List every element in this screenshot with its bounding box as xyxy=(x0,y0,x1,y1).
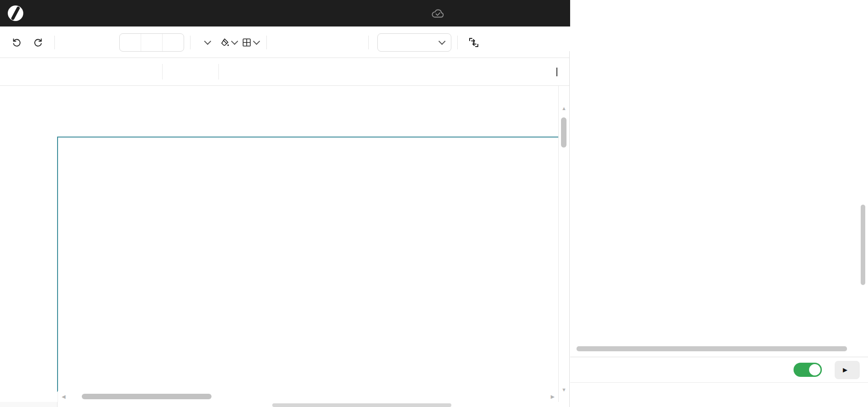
scroll-left-arrow-icon[interactable]: ◀ xyxy=(62,394,65,399)
font-size-value[interactable] xyxy=(141,34,163,51)
scroll-up-arrow-icon[interactable]: ▲ xyxy=(561,106,566,111)
font-size-decrease-button[interactable] xyxy=(120,34,141,51)
play-icon: ▶ xyxy=(843,366,847,373)
font-size-increase-button[interactable] xyxy=(163,34,184,51)
toolbar-separator xyxy=(457,36,458,49)
sheet-horizontal-scrollbar[interactable]: ◀ ▶ xyxy=(58,391,558,402)
scroll-right-arrow-icon[interactable]: ▶ xyxy=(551,394,555,399)
cloud-saved-icon xyxy=(431,8,445,19)
scrollbar-thumb[interactable] xyxy=(577,346,847,351)
font-size-stepper xyxy=(119,33,184,52)
console-header: ▶ xyxy=(570,357,868,383)
undo-button[interactable] xyxy=(6,33,26,52)
borders-button[interactable] xyxy=(240,33,260,52)
increase-decimals-button[interactable] xyxy=(346,33,362,52)
toolbar-separator xyxy=(266,36,267,49)
scrollbar-thumb[interactable] xyxy=(861,205,865,285)
chevron-down-icon xyxy=(253,37,260,45)
text-color-button[interactable] xyxy=(196,33,217,52)
row-header-partial xyxy=(0,402,58,407)
scroll-down-arrow-icon[interactable]: ▼ xyxy=(561,387,566,392)
table-selection-outline xyxy=(57,137,559,392)
formula-bar-divider xyxy=(162,64,163,79)
bold-button[interactable] xyxy=(61,33,77,52)
spreadsheet-grid[interactable]: ◀ ▶ ▲ ▼ xyxy=(0,86,569,407)
panel-divider xyxy=(569,51,570,407)
currency-format-button[interactable] xyxy=(273,33,289,52)
code-vertical-scrollbar[interactable] xyxy=(861,52,865,346)
toolbar-separator xyxy=(190,36,191,49)
more-options-button[interactable] xyxy=(486,33,506,52)
scrollbar-thumb[interactable] xyxy=(561,117,566,148)
decrease-decimals-button[interactable] xyxy=(328,33,344,52)
chevron-down-icon xyxy=(204,37,212,45)
code-editor-panel: ▶ xyxy=(570,0,868,407)
formula-bar-divider xyxy=(218,64,219,79)
underline-button[interactable] xyxy=(97,33,114,52)
chevron-down-icon xyxy=(231,37,238,45)
italic-button[interactable] xyxy=(79,33,95,52)
bottom-panel-scrollbar[interactable] xyxy=(272,403,451,407)
number-format-dropdown[interactable] xyxy=(377,33,451,52)
scrollbar-thumb[interactable] xyxy=(82,394,212,399)
execute-on-wake-toggle[interactable] xyxy=(794,363,822,377)
redo-button[interactable] xyxy=(28,33,48,52)
sheet-vertical-scrollbar[interactable]: ▲ ▼ xyxy=(558,86,569,402)
code-horizontal-scrollbar[interactable] xyxy=(570,345,868,352)
percent-format-button[interactable] xyxy=(291,33,307,52)
toolbar-separator xyxy=(54,36,55,49)
comma-format-button[interactable] xyxy=(309,33,326,52)
run-button[interactable]: ▶ xyxy=(835,361,860,379)
code-editor[interactable] xyxy=(570,52,868,346)
formula-bar xyxy=(0,58,569,86)
app-window: ◀ ▶ ▲ ▼ ▶ xyxy=(0,0,868,407)
chevron-down-icon xyxy=(439,37,446,45)
toolbar-separator xyxy=(368,36,369,49)
app-logo-icon[interactable] xyxy=(7,5,24,21)
formula-bar-expand-button[interactable] xyxy=(556,68,557,76)
format-selection-icon-button[interactable] xyxy=(464,33,484,52)
fill-color-button[interactable] xyxy=(218,33,238,52)
